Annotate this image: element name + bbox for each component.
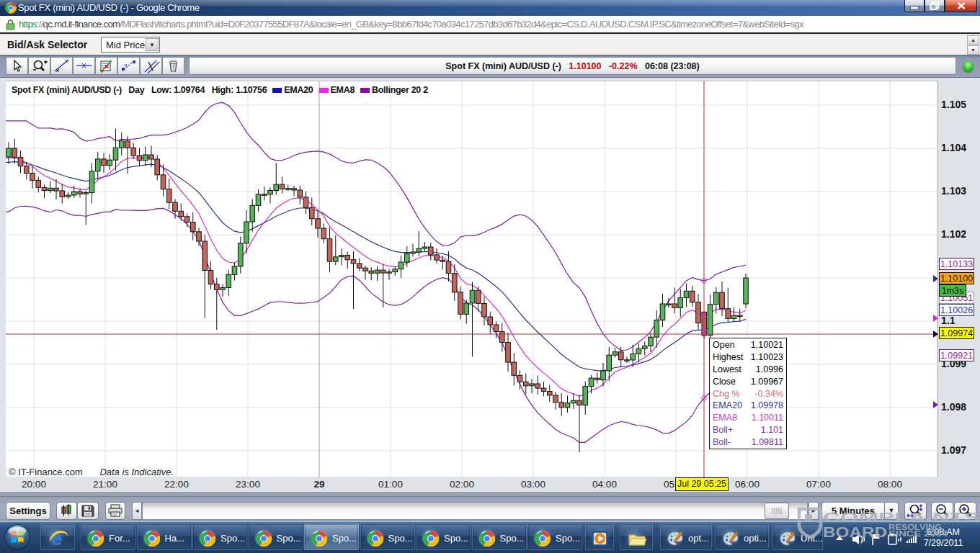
svg-text:SINCE 2004: SINCE 2004 — [888, 530, 948, 538]
svg-text:COMPLAINTS: COMPLAINTS — [823, 510, 980, 525]
svg-text:BOARD: BOARD — [823, 523, 887, 540]
